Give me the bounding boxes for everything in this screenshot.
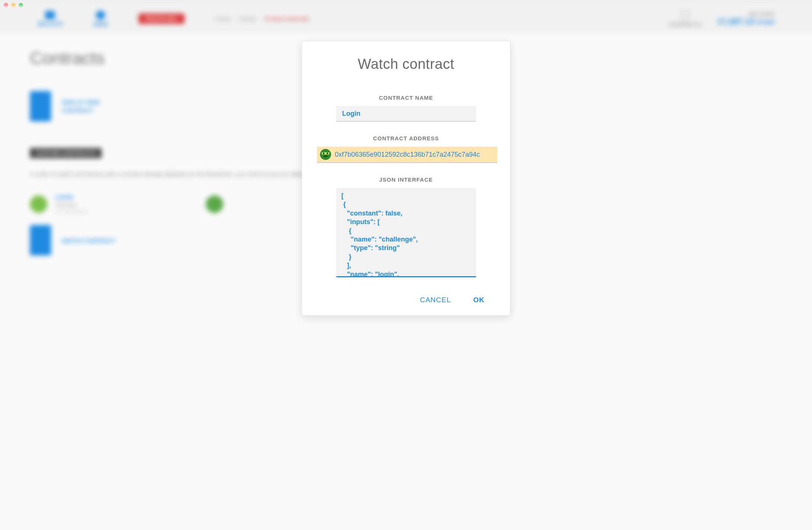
- nav-contracts: CONTRACTS: [668, 10, 702, 28]
- identicon-icon: [206, 195, 223, 213]
- wallet-icon: [45, 11, 55, 19]
- nav-wallets: WALLETS: [38, 11, 63, 27]
- send-icon: [96, 10, 105, 19]
- network-pill: PRIVATE-NET: [139, 13, 184, 24]
- deploy-icon: [30, 91, 51, 122]
- svg-rect-2: [323, 153, 324, 154]
- identicon-icon: [30, 195, 47, 213]
- json-interface-label: JSON INTERFACE: [317, 176, 495, 183]
- json-interface-textarea[interactable]: [336, 188, 476, 277]
- modal-title: Watch contract: [317, 56, 495, 72]
- cancel-button[interactable]: CANCEL: [420, 296, 451, 304]
- address-identicon-icon: [320, 149, 331, 160]
- svg-rect-3: [327, 153, 328, 154]
- contract-name-label: CONTRACT NAME: [317, 95, 495, 101]
- svg-rect-4: [324, 156, 327, 157]
- modal-actions: CANCEL OK: [317, 296, 495, 304]
- watch-icon: [30, 225, 51, 256]
- contract-card-other: [206, 194, 223, 214]
- ok-button[interactable]: OK: [473, 296, 485, 304]
- sync-status: 0 peers 0 blocks 11 hours since last: [215, 16, 309, 22]
- contract-icon: [681, 10, 689, 20]
- contract-address-label: CONTRACT ADDRESS: [317, 135, 495, 141]
- watch-contract-modal: Watch contract CONTRACT NAME CONTRACT AD…: [302, 41, 510, 316]
- custom-contracts-heading: CUSTOM CONTRACTS: [30, 148, 102, 159]
- contract-address-row: [317, 147, 497, 163]
- nav-send: SEND: [93, 10, 108, 27]
- contract-card-login: LOGIN 0.00 ether 0xF7B06365E901...: [30, 194, 92, 214]
- contract-name-input[interactable]: [336, 106, 476, 122]
- contract-address-input[interactable]: [335, 151, 494, 159]
- balance-display: BALANCE 17,287.13 ETHER: [717, 11, 774, 26]
